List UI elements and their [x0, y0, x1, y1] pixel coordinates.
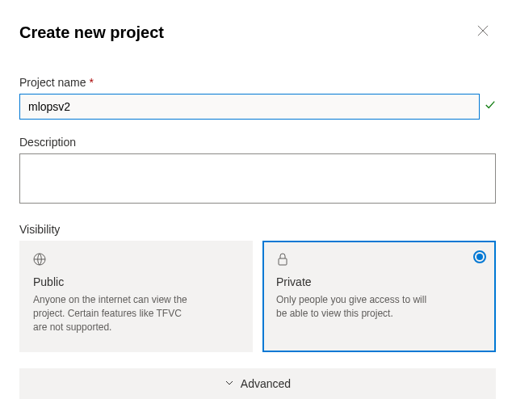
- visibility-private-title: Private: [276, 275, 482, 288]
- page-title: Create new project: [19, 23, 164, 42]
- globe-icon: [33, 253, 239, 269]
- visibility-label: Visibility: [19, 223, 60, 236]
- visibility-public-title: Public: [33, 275, 239, 288]
- advanced-label: Advanced: [241, 377, 291, 390]
- visibility-option-private[interactable]: Private Only people you give access to w…: [262, 241, 496, 352]
- visibility-public-desc: Anyone on the internet can view the proj…: [33, 293, 195, 334]
- project-name-label: Project name: [19, 76, 86, 89]
- visibility-option-public[interactable]: Public Anyone on the internet can view t…: [19, 241, 253, 352]
- description-field: Description: [19, 136, 496, 207]
- lock-icon: [276, 253, 482, 269]
- visibility-private-desc: Only people you give access to will be a…: [276, 293, 438, 321]
- description-input[interactable]: [19, 153, 496, 204]
- radio-selected-icon: [473, 250, 486, 263]
- project-name-field: Project name *: [19, 76, 496, 120]
- visibility-field: Visibility Public Anyone on the internet…: [19, 223, 496, 352]
- required-indicator: *: [89, 76, 93, 89]
- checkmark-icon: [485, 99, 496, 114]
- close-icon: [477, 25, 489, 40]
- svg-rect-1: [279, 258, 287, 265]
- advanced-toggle[interactable]: Advanced: [19, 368, 496, 399]
- description-label: Description: [19, 136, 76, 149]
- close-button[interactable]: [470, 19, 496, 45]
- project-name-input[interactable]: [19, 94, 480, 120]
- chevron-down-icon: [225, 377, 234, 390]
